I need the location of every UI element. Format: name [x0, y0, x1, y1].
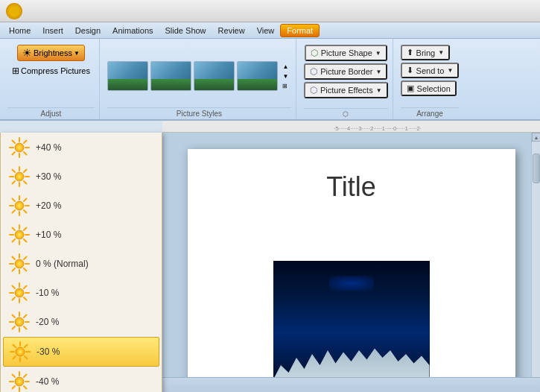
menubar-review[interactable]: Review: [212, 25, 251, 37]
brightness-item-n10[interactable]: -10 %: [3, 279, 159, 307]
slide-area[interactable]: Title ▲ ▼: [162, 133, 540, 392]
dropdown-arrow: ▼: [74, 50, 80, 57]
style-thumb-2[interactable]: [150, 61, 191, 91]
svg-line-25: [24, 199, 27, 202]
send-arrow: ▼: [447, 67, 453, 74]
compress-label: Compress Pictures: [21, 66, 90, 75]
svg-point-18: [15, 201, 24, 210]
send-icon: ⬇: [407, 66, 413, 75]
menubar-animations[interactable]: Animations: [107, 25, 159, 37]
svg-line-68: [13, 345, 16, 348]
svg-line-15: [24, 181, 27, 184]
sun-icon-p30: [9, 166, 30, 187]
sun-icon-n10: [9, 282, 30, 303]
brightness-button[interactable]: ☀ Brightness ▼: [17, 45, 85, 61]
picture-effects-arrow: ▼: [376, 87, 382, 94]
style-thumb-1[interactable]: [107, 61, 148, 91]
svg-line-17: [13, 181, 16, 184]
picture-shape-icon: ⬡: [311, 48, 318, 58]
svg-line-77: [13, 375, 16, 378]
bring-label: Bring: [416, 48, 436, 57]
svg-line-16: [24, 170, 27, 173]
menubar-insert[interactable]: Insert: [36, 25, 69, 37]
sun-icon-p10: [9, 224, 30, 245]
style-thumb-4[interactable]: [237, 61, 278, 91]
brightness-item-n20[interactable]: -20 %: [3, 308, 159, 336]
style-scroll-down[interactable]: ▼: [280, 72, 290, 80]
svg-point-45: [15, 288, 24, 297]
svg-point-54: [15, 317, 24, 326]
svg-line-41: [13, 257, 16, 260]
svg-line-79: [24, 375, 27, 378]
slide-image: [273, 261, 430, 380]
svg-line-42: [24, 268, 27, 271]
brightness-item-label-p30: +30 %: [36, 171, 61, 182]
brightness-label: Brightness: [34, 48, 72, 57]
svg-point-0: [15, 143, 24, 152]
brightness-item-n40[interactable]: -40 %: [3, 367, 159, 392]
menubar-slideshow[interactable]: Slide Show: [159, 25, 212, 37]
picture-shape-button[interactable]: ⬡ Picture Shape ▼: [305, 45, 387, 61]
svg-line-59: [13, 315, 16, 318]
picture-effects-label: Picture Effects: [320, 86, 373, 95]
menubar-format[interactable]: Format: [280, 24, 320, 37]
scrollbar-thumb[interactable]: [533, 154, 540, 183]
menubar-view[interactable]: View: [251, 25, 281, 37]
picture-shape-arrow: ▼: [375, 50, 381, 57]
selection-button[interactable]: ▣ Selection: [401, 80, 457, 96]
ribbon-arrange-section: ⬆ Bring ▼ ⬇ Send to ▼ ▣ Selection Arrang…: [396, 39, 464, 119]
brightness-item-label-p20: +20 %: [36, 200, 61, 211]
style-thumb-3[interactable]: [194, 61, 235, 91]
send-to-label: Send to: [416, 66, 445, 75]
sun-icon-p0: [9, 253, 30, 274]
brightness-item-p20[interactable]: +20 %: [3, 192, 159, 220]
picture-border-button[interactable]: ⬡ Picture Border ▼: [304, 63, 387, 80]
svg-line-32: [13, 228, 16, 231]
bring-icon: ⬆: [407, 48, 413, 57]
brightness-item-label-p0: 0 % (Normal): [36, 259, 89, 269]
brightness-item-label-p40: +40 %: [36, 142, 61, 153]
svg-line-5: [13, 141, 16, 144]
brightness-dropdown: +40 % +30 %: [0, 133, 162, 392]
brightness-item-label-n30: -30 %: [36, 347, 60, 357]
svg-line-24: [24, 210, 27, 213]
send-to-button[interactable]: ⬇ Send to ▼: [401, 63, 460, 78]
svg-line-53: [13, 297, 16, 300]
menubar-design[interactable]: Design: [69, 25, 107, 37]
svg-point-72: [15, 377, 24, 386]
svg-line-26: [13, 210, 16, 213]
style-scroll-up[interactable]: ▲: [280, 63, 290, 71]
titlebar: [0, 0, 540, 22]
svg-line-7: [24, 141, 27, 144]
svg-line-33: [24, 239, 27, 242]
brightness-item-p10[interactable]: +10 %: [3, 221, 159, 249]
brightness-item-label-n20: -20 %: [36, 317, 59, 327]
style-more[interactable]: ⊞: [280, 82, 290, 90]
brightness-item-p0[interactable]: 0 % (Normal): [3, 250, 159, 278]
selection-label: Selection: [417, 84, 451, 93]
sun-icon-n20: [9, 312, 30, 332]
styles-section-label: Picture Styles: [107, 107, 291, 118]
svg-point-63: [16, 347, 25, 356]
svg-line-71: [13, 356, 16, 359]
menubar-home[interactable]: Home: [3, 25, 36, 37]
arrange-section-label: Arrange: [401, 107, 460, 118]
brightness-item-label-n10: -10 %: [36, 288, 59, 298]
ribbon-picture-tools-section: ⬡ Picture Shape ▼ ⬡ Picture Border ▼ ⬡ P…: [299, 39, 393, 119]
svg-line-14: [13, 170, 16, 173]
ribbon-adjust-section: ☀ Brightness ▼ ⊞ Compress Pictures Adjus…: [3, 39, 100, 119]
bring-button[interactable]: ⬆ Bring ▼: [401, 45, 451, 60]
picture-border-arrow: ▼: [375, 69, 381, 75]
compress-pictures-button[interactable]: ⊞ Compress Pictures: [7, 64, 95, 78]
brightness-item-label-n40: -40 %: [36, 376, 59, 387]
brightness-item-p40[interactable]: +40 %: [3, 133, 159, 162]
brightness-item-p30[interactable]: +30 %: [3, 162, 159, 191]
sun-icon-p40: [9, 137, 30, 158]
picture-effects-button[interactable]: ⬡ Picture Effects ▼: [304, 82, 388, 98]
vertical-scrollbar[interactable]: ▲ ▼: [531, 133, 540, 392]
picture-border-icon: ⬡: [310, 66, 317, 77]
svg-line-34: [24, 228, 27, 231]
brightness-item-n30[interactable]: -30 %: [3, 337, 159, 367]
svg-line-43: [24, 257, 27, 260]
scroll-up-arrow[interactable]: ▲: [532, 133, 540, 142]
